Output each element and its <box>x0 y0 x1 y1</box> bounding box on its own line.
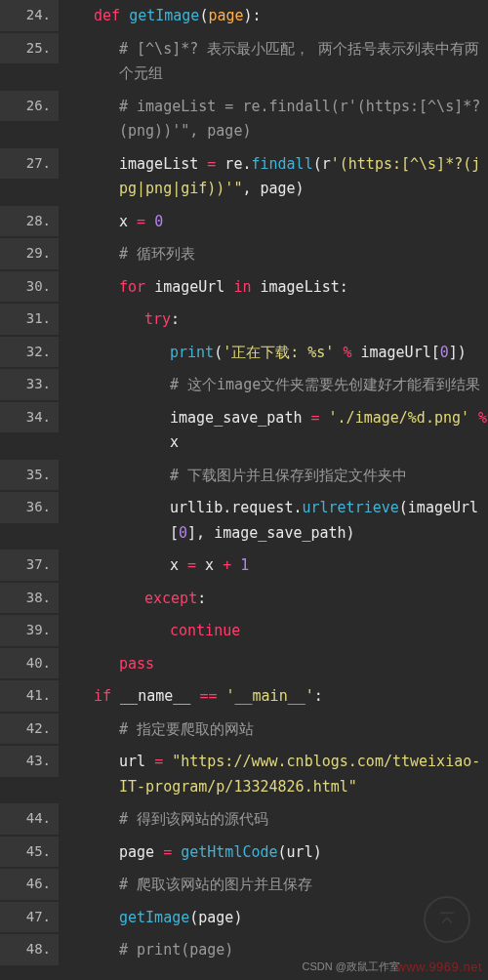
line-number: 46. <box>0 869 59 900</box>
line-content: continue <box>59 615 488 648</box>
line-number: 33. <box>0 369 59 400</box>
line-number: 48. <box>0 934 59 965</box>
line-content: def getImage(page): <box>59 0 488 33</box>
line-number: 24. <box>0 0 59 31</box>
code-line: 47.getImage(page) <box>0 902 488 935</box>
code-line: 33.# 这个image文件夹需要先创建好才能看到结果 <box>0 369 488 402</box>
code-line: 26.# imageList = re.findall(r'(https:[^\… <box>0 91 488 148</box>
code-line: 37.x = x + 1 <box>0 550 488 583</box>
code-line: 38.except: <box>0 583 488 616</box>
line-content: try: <box>59 304 488 337</box>
line-number: 43. <box>0 746 59 777</box>
line-content: # 下载图片并且保存到指定文件夹中 <box>59 460 488 493</box>
code-line: 46.# 爬取该网站的图片并且保存 <box>0 869 488 902</box>
line-content: # 循环列表 <box>59 238 488 271</box>
line-content: except: <box>59 583 488 616</box>
code-line: 27.imageList = re.findall(r'(https:[^\s]… <box>0 148 488 206</box>
code-line: 30.for imageUrl in imageList: <box>0 271 488 305</box>
code-line: 25.# [^\s]*? 表示最小匹配， 两个括号表示列表中有两个元组 <box>0 33 488 91</box>
line-content: print('正在下载: %s' % imageUrl[0]) <box>59 337 488 370</box>
line-content: image_save_path = './image/%d.png' % x <box>59 402 488 460</box>
line-content: # 得到该网站的源代码 <box>59 803 488 837</box>
line-number: 44. <box>0 803 59 835</box>
line-content: urllib.request.urlretrieve(imageUrl[0], … <box>59 492 488 550</box>
line-number: 39. <box>0 615 59 646</box>
line-content: # 这个image文件夹需要先创建好才能看到结果 <box>59 369 488 402</box>
line-number: 27. <box>0 148 59 180</box>
code-line: 34.image_save_path = './image/%d.png' % … <box>0 402 488 460</box>
code-line: 41.if __name__ == '__main__': <box>0 680 488 714</box>
code-line: 28.x = 0 <box>0 206 488 239</box>
code-line: 45.page = getHtmlCode(url) <box>0 837 488 870</box>
line-number: 41. <box>0 680 59 712</box>
line-content: # imageList = re.findall(r'(https:[^\s]*… <box>59 91 488 148</box>
line-number: 35. <box>0 460 59 491</box>
line-number: 28. <box>0 206 59 237</box>
code-line: 42.# 指定要爬取的网站 <box>0 714 488 747</box>
line-number: 45. <box>0 837 59 868</box>
line-content: # [^\s]*? 表示最小匹配， 两个括号表示列表中有两个元组 <box>59 33 488 91</box>
line-number: 37. <box>0 550 59 581</box>
code-line: 35.# 下载图片并且保存到指定文件夹中 <box>0 460 488 493</box>
line-number: 40. <box>0 648 59 679</box>
code-line: 43.url = "https://www.cnblogs.com/ttweix… <box>0 746 488 803</box>
line-content: if __name__ == '__main__': <box>59 680 488 714</box>
line-content: page = getHtmlCode(url) <box>59 837 488 870</box>
line-number: 25. <box>0 33 59 64</box>
line-number: 42. <box>0 714 59 745</box>
line-number: 31. <box>0 304 59 335</box>
watermark-csdn: CSDN @政鼠工作室 <box>303 960 400 974</box>
line-number: 30. <box>0 271 59 303</box>
line-content: x = x + 1 <box>59 550 488 583</box>
line-content: x = 0 <box>59 206 488 239</box>
watermark-site: www.9969.net <box>396 960 482 974</box>
line-content: url = "https://www.cnblogs.com/ttweixiao… <box>59 746 488 803</box>
code-line: 36.urllib.request.urlretrieve(imageUrl[0… <box>0 492 488 550</box>
code-editor: 24.def getImage(page):25.# [^\s]*? 表示最小匹… <box>0 0 488 967</box>
line-number: 36. <box>0 492 59 523</box>
code-line: 32.print('正在下载: %s' % imageUrl[0]) <box>0 337 488 370</box>
code-line: 40.pass <box>0 648 488 681</box>
code-line: 29.# 循环列表 <box>0 238 488 271</box>
code-line: 31.try: <box>0 304 488 337</box>
code-line: 24.def getImage(page): <box>0 0 488 33</box>
line-content: pass <box>59 648 488 681</box>
code-line: 44.# 得到该网站的源代码 <box>0 803 488 837</box>
line-number: 32. <box>0 337 59 368</box>
line-number: 29. <box>0 238 59 269</box>
line-content: for imageUrl in imageList: <box>59 271 488 305</box>
line-content: imageList = re.findall(r'(https:[^\s]*?(… <box>59 148 488 206</box>
code-line: 39.continue <box>0 615 488 648</box>
line-number: 38. <box>0 583 59 614</box>
line-content: # 指定要爬取的网站 <box>59 714 488 747</box>
line-content: # 爬取该网站的图片并且保存 <box>59 869 488 902</box>
scroll-top-button[interactable] <box>424 896 470 943</box>
line-number: 47. <box>0 902 59 933</box>
line-number: 26. <box>0 91 59 122</box>
line-number: 34. <box>0 402 59 433</box>
